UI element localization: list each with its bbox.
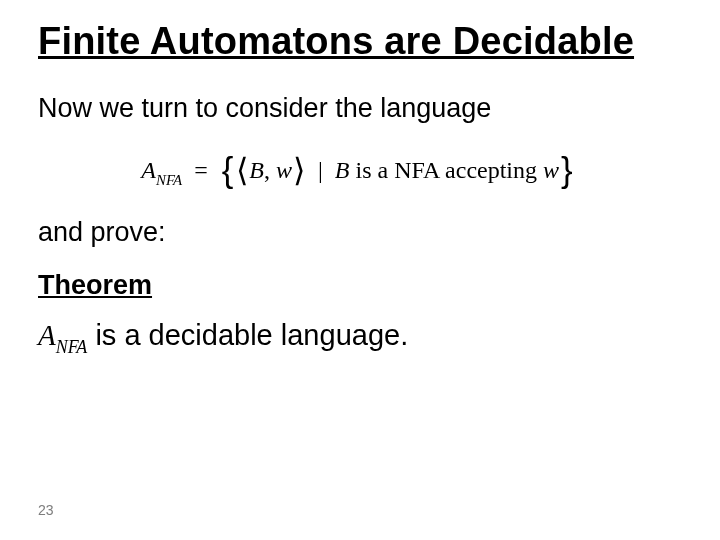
slide-title: Finite Automatons are Decidable (38, 20, 678, 64)
slide: Finite Automatons are Decidable Now we t… (0, 0, 720, 540)
formula-bar: | (318, 157, 323, 183)
and-prove-text: and prove: (38, 216, 678, 248)
formula-rhs-var: B (335, 157, 350, 183)
formula: ANFA = {⟨B, w⟩ | B is a NFA accepting w} (141, 157, 574, 183)
theorem-label: Theorem (38, 270, 678, 301)
intro-text: Now we turn to consider the language (38, 92, 678, 124)
theorem-var: A (38, 319, 56, 351)
formula-lhs-sub: NFA (156, 172, 182, 188)
formula-rhs-text1: is a NFA accepting (350, 157, 544, 183)
theorem-var-sub: NFA (56, 337, 88, 357)
formula-eq: = (194, 157, 208, 183)
lbrace-icon: { (220, 150, 236, 189)
formula-lhs-var: A (141, 157, 156, 183)
rbrace-icon: } (559, 150, 575, 189)
theorem-statement: ANFA is a decidable language. (38, 317, 678, 357)
formula-block: ANFA = {⟨B, w⟩ | B is a NFA accepting w} (38, 146, 678, 188)
page-number: 23 (38, 502, 54, 518)
formula-tuple-var2: w (276, 157, 292, 183)
formula-rhs-var2: w (543, 157, 559, 183)
langle-icon: ⟨ (235, 152, 249, 188)
theorem-rest: is a decidable language. (87, 319, 408, 351)
formula-comma: , (264, 157, 270, 183)
formula-tuple-var1: B (249, 157, 264, 183)
rangle-icon: ⟩ (292, 152, 306, 188)
